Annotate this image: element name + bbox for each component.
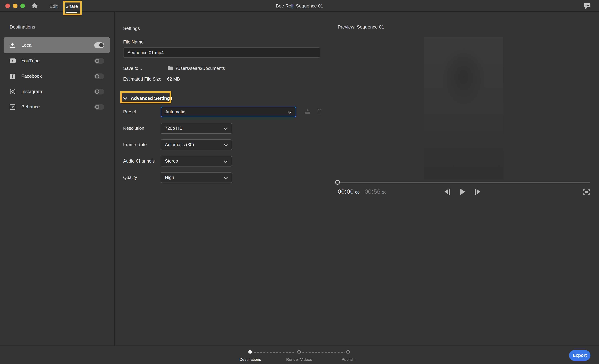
step-forward-icon <box>474 189 481 196</box>
step-back-icon <box>444 189 451 196</box>
local-toggle[interactable] <box>94 42 104 48</box>
frame-rate-row: Frame Rate Automatic (30) <box>123 139 338 150</box>
current-time: 00:00 <box>338 188 354 195</box>
step-destinations[interactable]: Destinations <box>239 350 261 362</box>
export-stepper: Destinations Render Videos Publish <box>250 350 348 364</box>
settings-pane: Settings File Name Save to... /Users/sea… <box>116 12 338 346</box>
instagram-toggle[interactable] <box>94 89 104 94</box>
save-to-path[interactable]: /Users/sears/Documents <box>176 66 225 71</box>
behance-toggle[interactable] <box>94 104 104 110</box>
toggle-knob <box>95 74 99 78</box>
step-label: Render Videos <box>286 357 312 362</box>
quality-label: Quality <box>123 175 161 180</box>
destinations-header: Destinations <box>10 24 114 30</box>
estimated-size-value: 62 MB <box>167 77 180 82</box>
preset-label: Preset <box>123 110 161 114</box>
save-preset-icon <box>305 109 311 115</box>
playback-controls <box>444 188 481 196</box>
estimated-size-label: Estimated File Size <box>123 77 167 82</box>
comment-bubble-icon <box>584 3 591 10</box>
destination-local[interactable]: Local <box>4 37 110 53</box>
quality-value: High <box>165 175 174 180</box>
video-preview <box>424 37 503 179</box>
audio-channels-value: Stereo <box>165 159 178 164</box>
zoom-window-button[interactable] <box>20 4 25 8</box>
total-time: 00:56 <box>365 188 381 195</box>
destination-label: Instagram <box>21 89 94 94</box>
save-to-label: Save to... <box>123 66 168 71</box>
save-local-icon <box>9 42 16 48</box>
step-dot <box>248 350 252 354</box>
scrubber-track[interactable] <box>338 182 590 183</box>
save-to-row[interactable]: Save to... /Users/sears/Documents <box>123 66 338 71</box>
step-forward-button[interactable] <box>474 189 481 196</box>
file-name-input[interactable] <box>123 47 320 58</box>
preset-value: Automatic <box>165 110 185 114</box>
total-frames: 26 <box>382 190 387 194</box>
feedback-button[interactable] <box>584 3 591 10</box>
frame-rate-value: Automatic (30) <box>165 142 194 147</box>
toggle-knob <box>95 105 99 109</box>
facebook-toggle[interactable] <box>94 73 104 79</box>
facebook-icon <box>9 74 16 79</box>
svg-text:Be: Be <box>11 105 14 108</box>
destination-instagram[interactable]: Instagram <box>4 84 110 99</box>
home-button[interactable] <box>31 3 38 10</box>
step-label: Publish <box>342 357 354 362</box>
preset-dropdown[interactable]: Automatic <box>161 107 296 117</box>
save-preset-button[interactable] <box>305 109 311 115</box>
quality-dropdown[interactable]: High <box>161 172 232 183</box>
minimize-window-button[interactable] <box>13 4 18 8</box>
step-back-button[interactable] <box>444 189 451 196</box>
audio-channels-label: Audio Channels <box>123 159 161 164</box>
destination-facebook[interactable]: Facebook <box>4 68 110 84</box>
scrubber-handle[interactable] <box>335 180 340 185</box>
preset-row: Preset Automatic <box>123 107 338 117</box>
tab-share-label: Share <box>65 3 78 9</box>
playback-scrubber[interactable] <box>338 180 590 185</box>
chevron-down-icon <box>224 158 228 164</box>
resolution-value: 720p HD <box>165 126 183 131</box>
destination-youtube[interactable]: YouTube <box>4 53 110 68</box>
step-label: Destinations <box>239 357 261 362</box>
youtube-toggle[interactable] <box>94 58 104 64</box>
destination-label: YouTube <box>21 58 94 63</box>
destination-label: Facebook <box>21 73 94 79</box>
step-publish[interactable]: Publish <box>342 350 354 362</box>
frame-rate-dropdown[interactable]: Automatic (30) <box>161 139 232 150</box>
chevron-down-icon <box>224 125 228 132</box>
preview-title: Preview: Sequence 01 <box>338 24 384 30</box>
trash-icon <box>317 109 322 115</box>
behance-icon: Be <box>9 104 16 110</box>
delete-preset-button[interactable] <box>317 109 322 115</box>
toggle-knob <box>95 59 99 63</box>
toggle-knob <box>95 89 99 93</box>
audio-channels-row: Audio Channels Stereo <box>123 156 338 167</box>
footer-bar: Destinations Render Videos Publish Expor… <box>0 346 599 364</box>
quality-row: Quality High <box>123 172 338 183</box>
destination-label: Behance <box>21 104 94 110</box>
destination-label: Local <box>21 42 94 48</box>
step-dot <box>346 350 350 354</box>
audio-channels-dropdown[interactable]: Stereo <box>161 156 232 167</box>
youtube-icon <box>9 59 16 63</box>
window-controls <box>5 4 25 8</box>
resolution-dropdown[interactable]: 720p HD <box>161 123 232 134</box>
current-frames: 00 <box>355 190 360 194</box>
advanced-settings-toggle[interactable]: Advanced Settings <box>123 95 177 101</box>
chevron-down-icon <box>224 142 228 148</box>
timecode: 00:00 00 00:56 26 <box>338 188 387 196</box>
tab-share[interactable]: Share <box>63 0 80 12</box>
close-window-button[interactable] <box>5 4 10 8</box>
export-button[interactable]: Export <box>569 350 590 361</box>
chevron-down-icon <box>288 109 292 115</box>
active-tab-indicator <box>66 12 77 13</box>
destination-behance[interactable]: Be Behance <box>4 99 110 114</box>
fullscreen-button[interactable] <box>583 189 590 196</box>
step-render-videos[interactable]: Render Videos <box>286 350 312 362</box>
fullscreen-icon <box>583 189 590 196</box>
home-icon <box>31 3 38 10</box>
play-button[interactable] <box>459 188 466 196</box>
tab-edit[interactable]: Edit <box>46 0 61 12</box>
chevron-down-icon <box>123 95 127 101</box>
